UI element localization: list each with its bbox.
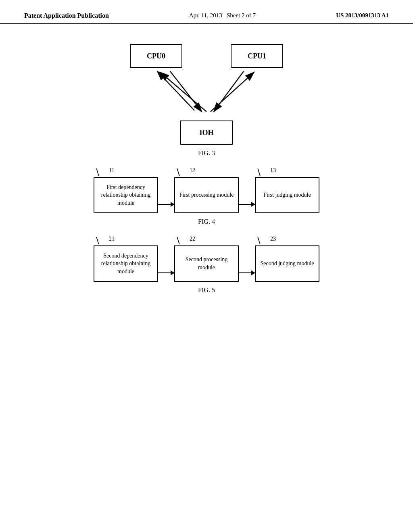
fig4-label: FIG. 4 (24, 218, 389, 225)
fig4-module-11-text: First dependency relationship obtaining … (98, 183, 154, 207)
cpu1-label: CPU1 (248, 52, 266, 60)
fig5-arrow-2 (239, 272, 255, 273)
fig4-diagram: ∖ 11 First dependency relationship obtai… (24, 165, 389, 213)
fig4-number-12: 12 (190, 167, 195, 174)
fig4-bracket-13: ∖ (256, 167, 261, 178)
fig4-bracket-12: ∖ (175, 167, 181, 178)
fig5-modules-row: ∖ 21 Second dependency relationship obta… (94, 245, 319, 282)
ioh-label: IOH (199, 129, 213, 137)
fig5-module-23-box: Second judging module (255, 245, 319, 282)
arrows-svg (130, 68, 283, 121)
fig3-top-row: CPU0 CPU1 (130, 44, 283, 68)
fig5-number-23: 23 (270, 236, 276, 242)
fig4-number-13: 13 (270, 167, 276, 174)
fig4-module-11-box: First dependency relationship obtaining … (94, 177, 158, 213)
publication-label: Patent Application Publication (24, 12, 109, 19)
fig5-module-23-text: Second judging module (261, 260, 314, 268)
page-header: Patent Application Publication Apr. 11, … (0, 0, 413, 24)
fig5-module-22-box: Second processing module (174, 245, 239, 282)
fig4-modules-row: ∖ 11 First dependency relationship obtai… (94, 177, 319, 213)
fig5-number-22: 22 (190, 236, 195, 242)
fig5-number-21: 21 (109, 236, 115, 242)
fig5-module-21-wrapper: ∖ 21 Second dependency relationship obta… (94, 245, 158, 282)
fig3-label: FIG. 3 (24, 150, 389, 157)
fig4-module-12-box: First processing module (174, 177, 239, 213)
arrow4 (214, 71, 244, 112)
patent-number: US 2013/0091313 A1 (336, 12, 389, 19)
fig4-module-13-wrapper: ∖ 13 First judging module (255, 177, 319, 213)
ioh-box: IOH (180, 121, 233, 145)
arrow2 (170, 71, 202, 112)
fig4-arrow-2 (239, 204, 255, 205)
fig5-diagram: ∖ 21 Second dependency relationship obta… (24, 233, 389, 282)
fig5-module-22-text: Second processing module (178, 256, 235, 271)
fig4-module-13-box: First judging module (255, 177, 319, 213)
fig5-arrow-1 (158, 272, 174, 273)
cpu1-box: CPU1 (231, 44, 283, 68)
fig5-module-21-text: Second dependency relationship obtaining… (98, 252, 154, 276)
arrow3 (211, 72, 254, 112)
fig4-arrow-1 (158, 204, 174, 205)
fig5-bracket-22: ∖ (175, 236, 181, 246)
fig4-module-11-wrapper: ∖ 11 First dependency relationship obtai… (94, 177, 158, 213)
header-left: Patent Application Publication (24, 12, 109, 19)
fig5-module-23-wrapper: ∖ 23 Second judging module (255, 245, 319, 282)
fig4-number-11: 11 (109, 167, 114, 174)
fig4-bracket-11: ∖ (94, 167, 100, 178)
cpu0-box: CPU0 (130, 44, 182, 68)
main-content: CPU0 CPU1 (0, 24, 413, 310)
fig5-bracket-23: ∖ (256, 236, 261, 246)
fig3-arrows (130, 68, 283, 121)
fig5-module-22-wrapper: ∖ 22 Second processing module (174, 245, 239, 282)
header-center: Apr. 11, 2013 Sheet 2 of 7 (189, 12, 256, 19)
fig5-label: FIG. 5 (24, 287, 389, 294)
fig5-bracket-21: ∖ (94, 236, 100, 246)
fig4-module-12-wrapper: ∖ 12 First processing module (174, 177, 239, 213)
fig5-module-21-box: Second dependency relationship obtaining… (94, 245, 158, 282)
fig4-module-12-text: First processing module (179, 191, 234, 199)
fig3-ioh-row: IOH (180, 121, 233, 145)
cpu0-label: CPU0 (147, 52, 165, 60)
arrow-ioh-to-cpu0 (157, 71, 194, 110)
fig3-diagram: CPU0 CPU1 (24, 44, 389, 145)
arrow1 (160, 72, 206, 112)
date-sheet: Apr. 11, 2013 Sheet 2 of 7 (189, 12, 256, 19)
header-right: US 2013/0091313 A1 (336, 12, 389, 19)
fig4-module-13-text: First judging module (263, 191, 311, 199)
